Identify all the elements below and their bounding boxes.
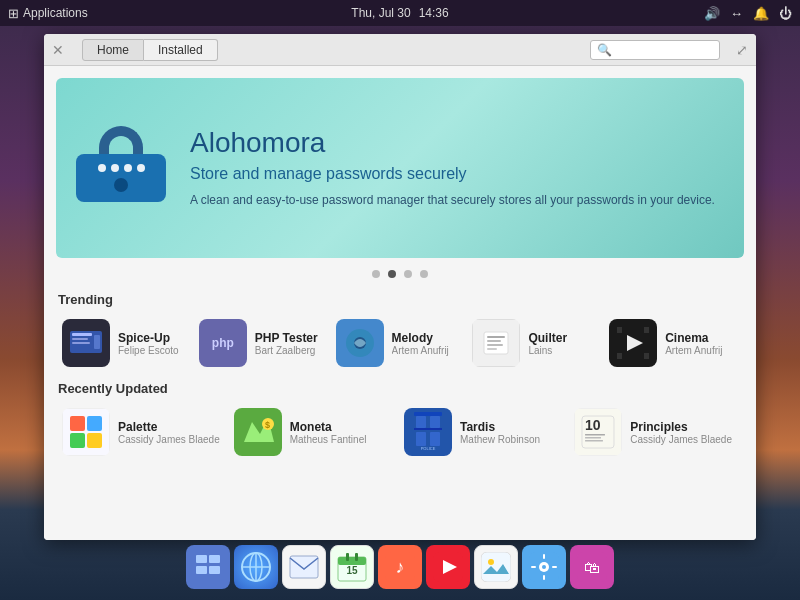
trending-apps-row: Spice-Up Felipe Escoto php PHP Tester Ba… <box>58 315 742 371</box>
taskbar: ⊞ Applications Thu, Jul 30 14:36 🔊 ↔ 🔔 ⏻ <box>0 0 800 26</box>
dock-video[interactable] <box>426 545 470 589</box>
svg-rect-25 <box>416 416 426 428</box>
hero-text: Alohomora Store and manage passwords sec… <box>190 127 724 209</box>
app-quilter[interactable]: Quilter Lains <box>468 315 605 371</box>
svg-rect-35 <box>585 437 601 439</box>
apps-label[interactable]: Applications <box>23 6 88 20</box>
taskbar-right: 🔊 ↔ 🔔 ⏻ <box>704 6 792 21</box>
app-phptester[interactable]: php PHP Tester Bart Zaalberg <box>195 315 332 371</box>
svg-rect-60 <box>543 554 545 559</box>
svg-rect-1 <box>72 333 92 336</box>
palette-name: Palette <box>118 420 220 434</box>
taskbar-date: Thu, Jul 30 <box>351 6 410 20</box>
svg-rect-40 <box>209 566 220 574</box>
taskbar-center: Thu, Jul 30 14:36 <box>351 6 448 20</box>
home-tab[interactable]: Home <box>82 39 144 61</box>
hero-description: A clean and easy-to-use password manager… <box>190 191 724 209</box>
moneta-icon-graphic: $ <box>234 408 282 456</box>
app-cinema[interactable]: Cinema Artem Anufrij <box>605 315 742 371</box>
search-input[interactable] <box>616 43 713 57</box>
app-icon-phptester: php <box>199 319 247 367</box>
taskbar-time: 14:36 <box>419 6 449 20</box>
svg-rect-29 <box>414 428 442 430</box>
svg-rect-16 <box>617 353 622 359</box>
installed-tab[interactable]: Installed <box>144 39 218 61</box>
svg-text:POLICE: POLICE <box>421 446 436 451</box>
app-melody[interactable]: Melody Artem Anufrij <box>332 315 469 371</box>
dock-multitask[interactable] <box>186 545 230 589</box>
trending-title: Trending <box>58 292 742 307</box>
power-icon[interactable]: ⏻ <box>779 6 792 21</box>
app-icon-moneta: $ <box>234 408 282 456</box>
cinema-icon-graphic <box>609 319 657 367</box>
app-principles[interactable]: 10 Principles Cassidy James Blaede <box>570 404 742 460</box>
svg-rect-17 <box>644 353 649 359</box>
expand-button[interactable]: ⤢ <box>736 42 748 58</box>
hero-subtitle: Store and manage passwords securely <box>190 165 724 183</box>
dock-appcenter[interactable]: 🛍 <box>570 545 614 589</box>
carousel-dot-4[interactable] <box>420 270 428 278</box>
search-box[interactable]: 🔍 <box>590 40 720 60</box>
svg-rect-30 <box>414 412 442 416</box>
dock-music[interactable]: ♪ <box>378 545 422 589</box>
app-icon-cinema <box>609 319 657 367</box>
dock-photos[interactable] <box>474 545 518 589</box>
svg-rect-61 <box>543 575 545 580</box>
apps-icon[interactable]: ⊞ <box>8 6 19 21</box>
tardis-author: Mathew Robinson <box>460 434 560 445</box>
principles-icon-graphic: 10 <box>574 408 622 456</box>
tardis-name: Tardis <box>460 420 560 434</box>
close-button[interactable]: ✕ <box>52 43 66 57</box>
recently-updated-title: Recently Updated <box>58 381 742 396</box>
tardis-icon-graphic: POLICE <box>404 408 452 456</box>
phptester-author: Bart Zaalberg <box>255 345 322 356</box>
dock-mail[interactable] <box>282 545 326 589</box>
svg-rect-14 <box>617 327 622 333</box>
app-window: ✕ Home Installed 🔍 ⤢ <box>44 34 756 540</box>
dock-browser[interactable] <box>234 545 278 589</box>
recently-updated-apps-row: Palette Cassidy James Blaede $ <box>58 404 742 460</box>
svg-rect-9 <box>487 340 501 342</box>
hero-banner[interactable]: Alohomora Store and manage passwords sec… <box>56 78 744 258</box>
app-moneta[interactable]: $ Moneta Matheus Fantinel <box>230 404 400 460</box>
svg-rect-36 <box>585 440 603 442</box>
spiceup-author: Felipe Escoto <box>118 345 185 356</box>
principles-info: Principles Cassidy James Blaede <box>630 420 732 445</box>
moneta-name: Moneta <box>290 420 390 434</box>
svg-rect-26 <box>430 416 440 428</box>
notification-icon[interactable]: 🔔 <box>753 6 769 21</box>
principles-name: Principles <box>630 420 732 434</box>
app-spiceup[interactable]: Spice-Up Felipe Escoto <box>58 315 195 371</box>
cinema-name: Cinema <box>665 331 732 345</box>
svg-text:15: 15 <box>346 565 358 576</box>
svg-rect-21 <box>87 433 102 448</box>
window-titlebar: ✕ Home Installed 🔍 ⤢ <box>44 34 756 66</box>
app-tardis[interactable]: POLICE Tardis Mathew Robinson <box>400 404 570 460</box>
melody-author: Artem Anufrij <box>392 345 459 356</box>
svg-text:♪: ♪ <box>396 557 405 577</box>
carousel-dot-3[interactable] <box>404 270 412 278</box>
app-icon-principles: 10 <box>574 408 622 456</box>
svg-rect-8 <box>487 336 505 338</box>
carousel-dot-1[interactable] <box>372 270 380 278</box>
moneta-author: Matheus Fantinel <box>290 434 390 445</box>
dock-calendar[interactable]: 15 <box>330 545 374 589</box>
svg-text:10: 10 <box>585 417 601 433</box>
svg-rect-3 <box>72 342 90 344</box>
svg-point-59 <box>542 565 546 569</box>
melody-icon-graphic <box>336 319 384 367</box>
svg-rect-19 <box>87 416 102 431</box>
dock-settings[interactable] <box>522 545 566 589</box>
nav-buttons: Home Installed <box>82 39 218 61</box>
carousel-dot-2[interactable] <box>388 270 396 278</box>
svg-rect-39 <box>196 566 207 574</box>
network-icon[interactable]: ↔ <box>730 6 743 21</box>
padlock-dot-4 <box>137 164 145 172</box>
quilter-info: Quilter Lains <box>528 331 595 356</box>
svg-rect-37 <box>196 555 207 563</box>
volume-icon[interactable]: 🔊 <box>704 6 720 21</box>
svg-text:$: $ <box>265 420 270 430</box>
padlock-icon <box>76 118 166 218</box>
app-palette[interactable]: Palette Cassidy James Blaede <box>58 404 230 460</box>
padlock-dots <box>84 164 158 172</box>
